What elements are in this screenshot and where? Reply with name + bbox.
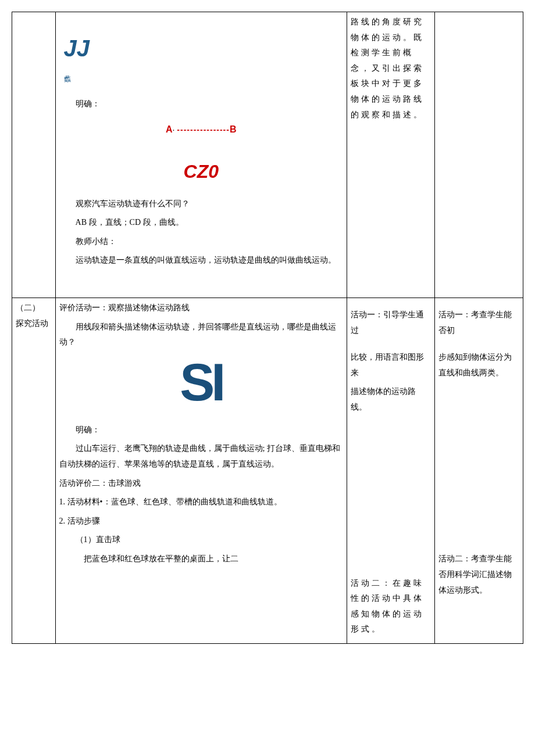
intent-a1-line3: 描述物体的运动路线。 — [351, 384, 431, 415]
eval-a1-line2: 步感知到物体运分为直线和曲线两类。 — [438, 350, 519, 381]
activity1-desc: 用线段和箭头描述物体运动轨迹，并回答哪些是直线运动，哪些是曲线运动？ — [59, 320, 343, 350]
label-A: A — [166, 124, 173, 134]
cell-design-intent: 路线的角度研究物体的运动。既检测学生前概念，又引出探索板块中对于更多物体的运动路… — [347, 12, 435, 298]
figure-sl: SI — [59, 356, 343, 409]
activity2-steps-label: 2. 活动步骤 — [59, 514, 343, 529]
document-page: JJ 蠡 明确： A· ----------------B CZ0 观察汽车运动… — [12, 12, 523, 644]
text-intent: 路线的角度研究物体的运动。既检测学生前概念，又引出探索板块中对于更多物体的运动路… — [351, 15, 431, 123]
stage-name: 探究活动 — [16, 316, 52, 332]
intent-a1-line1: 活动一：引导学生通过 — [351, 307, 431, 338]
eval-a1-line1: 活动一：考查学生能否初 — [438, 307, 519, 338]
table-row: （二） 探究活动 评价活动一：观察描述物体运动路线 用线段和箭头描述物体运动轨迹… — [12, 298, 523, 643]
text-answer: AB 段，直线；CD 段，曲线。 — [59, 215, 343, 231]
cell-content: JJ 蠡 明确： A· ----------------B CZ0 观察汽车运动… — [55, 12, 347, 298]
activity2-step1: （1）直击球 — [59, 532, 343, 548]
stage-number: （二） — [16, 300, 52, 316]
activity2-title: 活动评价二：击球游戏 — [59, 476, 343, 492]
label-B: B — [230, 124, 237, 134]
figure-label-cz0: CZ0 — [59, 154, 343, 189]
cell-evaluation: 活动一：考查学生能否初 步感知到物体运分为直线和曲线两类。 活动二：考查学生能否… — [435, 298, 523, 643]
text-teacher-summary: 运动轨迹是一条直线的叫做直线运动，运动轨迹是曲线的叫做曲线运动。 — [59, 253, 343, 268]
text-mingque2: 明确： — [59, 422, 343, 438]
label-dot: · — [173, 125, 175, 134]
cell-stage-label: （二） 探究活动 — [12, 298, 56, 643]
text-explain: 过山车运行、老鹰飞翔的轨迹是曲线，属于曲线运动; 打台球、垂直电梯和自动扶梯的运… — [59, 441, 343, 472]
text-mingque: 明确： — [59, 96, 343, 112]
intent-a2: 活动二：在趣味性的活动中具体感知物体的运动形式。 — [351, 576, 431, 637]
figure-sl-text: SI — [180, 353, 222, 411]
figure-ab-line: A· ----------------B — [59, 121, 343, 138]
figure-label-yi: 蠡 — [59, 73, 343, 86]
table-row: JJ 蠡 明确： A· ----------------B CZ0 观察汽车运动… — [12, 12, 523, 298]
intent-a1-line2: 比较，用语言和图形来 — [351, 350, 431, 381]
activity1-title: 评价活动一：观察描述物体运动路线 — [59, 300, 343, 316]
activity2-materials: 1. 活动材料•：蓝色球、红色球、带槽的曲线轨道和曲线轨道。 — [59, 495, 343, 510]
figure-label-jj: JJ — [59, 15, 343, 73]
cell-stage-label — [12, 12, 56, 298]
text-question: 观察汽车运动轨迹有什么不同？ — [59, 196, 343, 212]
text-teacher-summary-label: 教师小结： — [59, 234, 343, 250]
lesson-table: JJ 蠡 明确： A· ----------------B CZ0 观察汽车运动… — [12, 12, 523, 644]
eval-a2: 活动二：考查学生能否用科学词汇描述物体运动形式。 — [438, 551, 519, 598]
activity2-step1-desc: 把蓝色球和红色球放在平整的桌面上，让二 — [59, 551, 343, 567]
cell-evaluation — [435, 12, 523, 298]
cell-content: 评价活动一：观察描述物体运动路线 用线段和箭头描述物体运动轨迹，并回答哪些是直线… — [55, 298, 347, 643]
line-dash: ---------------- — [177, 125, 230, 134]
cell-design-intent: 活动一：引导学生通过 比较，用语言和图形来 描述物体的运动路线。 活动二：在趣味… — [347, 298, 435, 643]
